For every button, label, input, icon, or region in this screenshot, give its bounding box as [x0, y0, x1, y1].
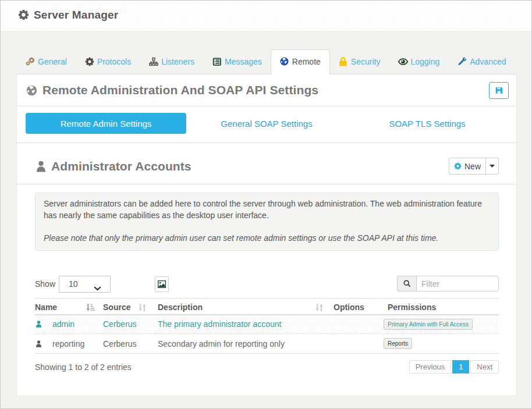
cell-options: [334, 334, 388, 354]
image-column-button[interactable]: [155, 276, 169, 292]
tab-label: General: [38, 56, 67, 67]
main-panel: Remote Administration And SOAP API Setti…: [16, 74, 517, 396]
subtab-general-soap-settings[interactable]: General SOAP Settings: [186, 113, 347, 134]
table-row-admin[interactable]: admin Cerberus The primary administrator…: [35, 315, 499, 334]
save-icon: [495, 87, 503, 94]
tab-label: Advanced: [470, 56, 506, 67]
table-controls: Show 10: [35, 276, 499, 293]
cell-source: Cerberus: [103, 315, 158, 334]
info-paragraph: Server administrators can be added here …: [44, 198, 490, 221]
filter-input[interactable]: [416, 276, 499, 291]
tab-label: Listeners: [161, 56, 194, 67]
info-well: Server administrators can be added here …: [35, 193, 499, 251]
gears-icon: [26, 57, 35, 66]
eye-icon: [398, 57, 407, 66]
tab-label: Logging: [410, 56, 439, 67]
tab-messages[interactable]: Messages: [203, 49, 271, 74]
pagination: Previous 1 Next: [409, 360, 499, 374]
lock-icon: [339, 57, 348, 66]
page-size-select[interactable]: 10: [59, 276, 111, 293]
permissions-badge[interactable]: Primary Admin with Full Access: [384, 319, 473, 330]
cell-description: The primary administrator account: [158, 315, 334, 334]
new-dropdown-toggle[interactable]: [485, 158, 498, 174]
showing-entries: Showing 1 to 2 of 2 entries: [35, 362, 132, 372]
show-label: Show: [35, 279, 55, 289]
col-description[interactable]: Description: [158, 298, 334, 315]
previous-page-button[interactable]: Previous: [409, 360, 452, 374]
list-alt-icon: [212, 57, 222, 66]
next-page-button[interactable]: Next: [470, 360, 499, 374]
globe-gray-icon: [26, 85, 37, 96]
col-options[interactable]: Options: [334, 298, 388, 315]
globe-icon: [280, 57, 289, 66]
tab-general[interactable]: General: [16, 49, 76, 74]
tab-label: Remote: [292, 56, 321, 67]
cell-source: Cerberus: [103, 334, 158, 354]
app-title: Server Manager: [34, 9, 118, 22]
table-footer: Showing 1 to 2 of 2 entries Previous 1 N…: [35, 354, 499, 396]
page-1-button[interactable]: 1: [452, 360, 469, 374]
tab-label: Protocols: [97, 56, 131, 67]
new-button-label: New: [464, 162, 481, 171]
server-manager-gear-icon: [18, 9, 29, 20]
tab-remote[interactable]: Remote: [271, 49, 330, 74]
table-header-row: Name Source: [35, 298, 499, 315]
sort-both-icon: [315, 303, 324, 314]
col-name[interactable]: Name: [35, 298, 103, 315]
tab-label: Messages: [225, 56, 262, 67]
permissions-badge[interactable]: Reports: [384, 338, 412, 349]
page-size-value: 10: [69, 279, 78, 289]
subtab-soap-tls-settings[interactable]: SOAP TLS Settings: [347, 113, 508, 134]
admin-name-link[interactable]: admin: [52, 319, 75, 329]
new-button-group: New: [449, 158, 499, 175]
section-title: Administrator Accounts: [51, 159, 191, 173]
table-row-reporting[interactable]: reporting Cerberus Secondary admin for r…: [35, 334, 499, 354]
new-gear-icon: [454, 162, 462, 170]
tab-logging[interactable]: Logging: [389, 49, 449, 74]
col-permissions[interactable]: Permissions: [388, 298, 499, 315]
info-note: Please note that only the primary admin …: [44, 233, 490, 244]
subtab-remote-admin-settings[interactable]: Remote Admin Settings: [26, 113, 186, 134]
chevron-down-icon: [94, 283, 101, 293]
section-heading-row: Administrator Accounts New: [17, 143, 516, 184]
image-icon: [158, 280, 166, 288]
cog-icon: [85, 57, 94, 66]
reporting-name: reporting: [52, 339, 84, 348]
filter-group: [397, 276, 499, 291]
sort-amount-asc-icon: [86, 303, 95, 314]
main-tabs: General Protocols: [16, 49, 517, 74]
sort-both-icon: [138, 303, 147, 314]
tab-security[interactable]: Security: [329, 49, 390, 74]
tab-advanced[interactable]: Advanced: [448, 49, 515, 74]
user-icon: [36, 160, 47, 173]
settings-subtabs: Remote Admin Settings General SOAP Setti…: [17, 106, 516, 143]
admins-table: Name Source: [35, 298, 499, 354]
tab-label: Security: [351, 56, 381, 67]
page-title: Remote Administration And SOAP API Setti…: [42, 83, 318, 97]
page-title-row: Remote Administration And SOAP API Setti…: [17, 74, 516, 106]
caret-down-icon: [490, 165, 495, 168]
tab-listeners[interactable]: Listeners: [140, 49, 204, 74]
search-icon-addon: [397, 276, 416, 291]
user-icon: [35, 340, 42, 348]
sitemap-icon: [149, 57, 158, 66]
wrench-icon: [457, 57, 467, 66]
cell-description: Secondary admin for reporting only: [158, 334, 334, 354]
new-button[interactable]: New: [449, 158, 485, 174]
app-header: Server Manager: [1, 1, 531, 31]
cell-options: [334, 315, 388, 334]
user-icon: [35, 320, 42, 328]
tab-protocols[interactable]: Protocols: [76, 49, 140, 74]
save-button[interactable]: [489, 82, 509, 99]
search-icon: [403, 280, 411, 287]
col-source[interactable]: Source: [103, 298, 158, 315]
